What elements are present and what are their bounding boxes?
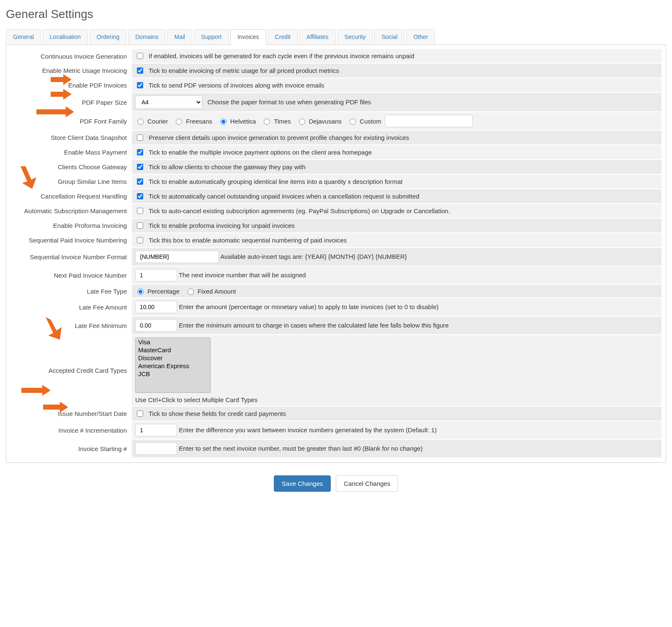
label-auto-subscription: Automatic Subscription Management — [10, 204, 132, 218]
label-seq-paid: Sequential Paid Invoice Numbering — [10, 233, 132, 248]
label-continuous-invoice: Continuous Invoice Generation — [10, 49, 132, 63]
desc-continuous-invoice: If enabled, invoices will be generated f… — [149, 52, 415, 59]
radio-input-font-custom[interactable] — [350, 119, 356, 125]
radio-latefee-percentage[interactable]: Percentage — [135, 287, 180, 295]
input-late-fee-min[interactable] — [135, 319, 177, 332]
label-late-fee-amount: Late Fee Amount — [10, 298, 132, 316]
tab-affiliates[interactable]: Affiliates — [299, 29, 336, 44]
desc-snapshot: Preserve client details upon invoice gen… — [149, 134, 409, 141]
checkbox-auto-subscription[interactable] — [137, 208, 143, 214]
label-choose-gateway: Clients Choose Gateway — [10, 160, 132, 174]
label-mass-payment: Enable Mass Payment — [10, 145, 132, 160]
desc-mass-payment: Tick to enable the multiple invoice paym… — [149, 149, 372, 156]
checkbox-issue-number[interactable] — [137, 410, 143, 417]
checkbox-group-items[interactable] — [137, 178, 143, 185]
input-invoice-starting[interactable] — [135, 442, 177, 455]
label-cancel-request: Cancellation Request Handling — [10, 189, 132, 204]
cc-option-american-express[interactable]: American Express — [136, 362, 210, 370]
label-group-items: Group Similar Line Items — [10, 174, 132, 189]
radio-font-times[interactable]: Times — [262, 117, 291, 125]
cc-option-mastercard[interactable]: MasterCard — [136, 346, 210, 354]
tab-general[interactable]: General — [6, 29, 41, 44]
desc-invoice-starting: Enter to set the next invoice number, mu… — [179, 445, 422, 452]
input-late-fee-amount[interactable] — [135, 301, 177, 313]
radio-input-font-helvetica[interactable] — [220, 119, 227, 125]
checkbox-proforma[interactable] — [137, 222, 143, 229]
checkbox-metric-usage[interactable] — [137, 67, 143, 74]
label-next-paid: Next Paid Invoice Number — [10, 266, 132, 284]
radio-font-freesans[interactable]: Freesans — [174, 117, 212, 125]
desc-late-fee-min: Enter the minimum amount to charge in ca… — [179, 322, 449, 329]
tab-ordering[interactable]: Ordering — [90, 29, 126, 44]
label-late-fee-type: Late Fee Type — [10, 284, 132, 298]
label-snapshot: Store Client Data Snapshot — [10, 130, 132, 145]
radio-latefee-fixed-amount[interactable]: Fixed Amount — [185, 287, 236, 295]
label-issue-number: Issue Number/Start Date — [10, 406, 132, 421]
tab-social[interactable]: Social — [374, 29, 404, 44]
settings-panel: Continuous Invoice Generation If enabled… — [6, 45, 666, 463]
tab-domains[interactable]: Domains — [128, 29, 165, 44]
label-pdf-paper-size: PDF Paper Size — [10, 93, 132, 112]
checkbox-snapshot[interactable] — [137, 134, 143, 141]
nav-tabs: GeneralLocalisationOrderingDomainsMailSu… — [6, 29, 666, 45]
tab-localisation[interactable]: Localisation — [43, 29, 88, 44]
label-invoice-starting: Invoice Starting # — [10, 439, 132, 458]
checkbox-seq-paid[interactable] — [137, 237, 143, 243]
desc-seq-format: Available auto-insert tags are: {YEAR} {… — [220, 253, 407, 260]
tab-invoices[interactable]: Invoices — [230, 29, 266, 45]
cc-option-visa[interactable]: Visa — [136, 338, 210, 346]
save-button[interactable]: Save Changes — [274, 475, 331, 492]
radio-input-latefee-fixed-amount[interactable] — [188, 289, 194, 295]
tab-credit[interactable]: Credit — [268, 29, 298, 44]
cc-option-jcb[interactable]: JCB — [136, 370, 210, 378]
label-pdf-invoices: Enable PDF Invoices — [10, 78, 132, 93]
desc-metric-usage: Tick to enable invoicing of metric usage… — [149, 67, 339, 74]
tab-support[interactable]: Support — [194, 29, 229, 44]
radio-input-font-times[interactable] — [264, 119, 270, 125]
cc-option-discover[interactable]: Discover — [136, 354, 210, 362]
radio-input-font-freesans[interactable] — [176, 119, 182, 125]
desc-auto-subscription: Tick to auto-cancel existing subscriptio… — [149, 207, 450, 214]
checkbox-cancel-request[interactable] — [137, 193, 143, 199]
desc-issue-number: Tick to show these fields for credit car… — [149, 410, 286, 417]
radio-input-font-dejavusans[interactable] — [299, 119, 305, 125]
select-cc-types[interactable]: VisaMasterCardDiscoverAmerican ExpressJC… — [135, 338, 211, 393]
label-pdf-font-family: PDF Font Family — [10, 112, 132, 130]
radio-font-custom[interactable]: Custom — [348, 117, 381, 125]
tab-other[interactable]: Other — [406, 29, 435, 44]
radio-font-helvetica[interactable]: Helvetica — [218, 117, 256, 125]
radio-font-dejavusans[interactable]: Dejavusans — [297, 117, 342, 125]
radio-input-font-courier[interactable] — [137, 119, 144, 125]
desc-cancel-request: Tick to automatically cancel outstanding… — [149, 193, 419, 200]
input-seq-format[interactable] — [135, 250, 219, 263]
cancel-button[interactable]: Cancel Changes — [336, 475, 398, 492]
desc-pdf-paper-size: Choose the paper format to use when gene… — [207, 98, 371, 106]
input-next-paid[interactable] — [135, 269, 177, 281]
desc-group-items: Tick to enable automatically grouping id… — [149, 178, 402, 185]
tab-mail[interactable]: Mail — [167, 29, 192, 44]
input-invoice-increment[interactable] — [135, 424, 177, 436]
label-metric-usage: Enable Metric Usage Invoicing — [10, 63, 132, 78]
tab-security[interactable]: Security — [337, 29, 373, 44]
label-proforma: Enable Proforma Invoicing — [10, 218, 132, 233]
label-cc-types: Accepted Credit Card Types — [10, 335, 132, 406]
desc-pdf-invoices: Tick to send PDF versions of invoices al… — [149, 82, 324, 89]
desc-cc-types: Use Ctrl+Click to select Multiple Card T… — [135, 396, 658, 403]
label-invoice-increment: Invoice # Incrementation — [10, 421, 132, 439]
desc-next-paid: The next invoice number that will be ass… — [179, 271, 306, 279]
desc-choose-gateway: Tick to allow clients to choose the gate… — [149, 163, 306, 170]
checkbox-continuous-invoice[interactable] — [137, 53, 143, 59]
checkbox-pdf-invoices[interactable] — [137, 82, 143, 88]
desc-proforma: Tick to enable proforma invoicing for un… — [149, 222, 295, 229]
select-pdf-paper-size[interactable]: A4 — [135, 95, 202, 109]
checkbox-choose-gateway[interactable] — [137, 164, 143, 170]
page-title: General Settings — [6, 8, 666, 21]
checkbox-mass-payment[interactable] — [137, 149, 143, 155]
label-late-fee-min: Late Fee Minimum — [10, 316, 132, 335]
radio-input-latefee-percentage[interactable] — [137, 289, 144, 295]
input-custom-font[interactable] — [385, 115, 473, 127]
desc-seq-paid: Tick this box to enable automatic sequen… — [149, 237, 347, 244]
radio-font-courier[interactable]: Courier — [135, 117, 168, 125]
radio-group-pdf-font: CourierFreesansHelveticaTimesDejavusansC… — [135, 115, 658, 127]
radio-group-late-fee-type: PercentageFixed Amount — [135, 287, 658, 295]
